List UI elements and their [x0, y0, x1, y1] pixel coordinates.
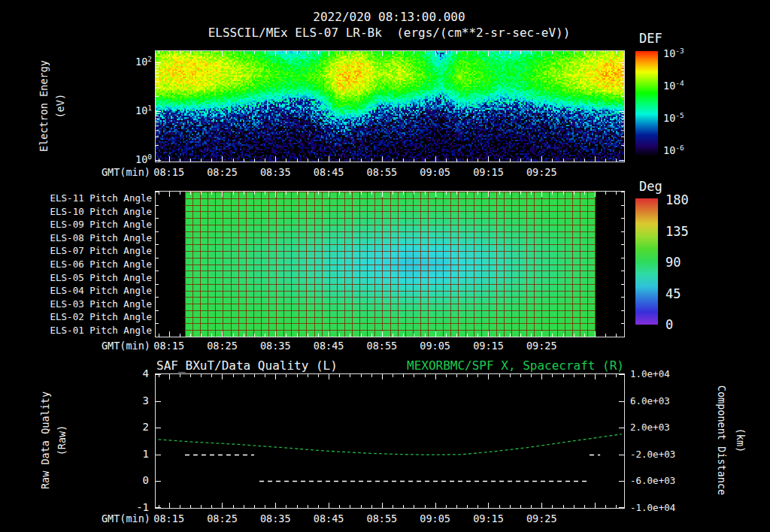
gmt-label-middle: GMT(min): [72, 340, 150, 352]
time-tick-bottom-08:35: 08:35: [260, 512, 291, 524]
pitch-row-label-8: ELS-03 Pitch Angle: [42, 298, 152, 310]
time-tick-top-08:15: 08:15: [153, 166, 184, 178]
spec-ylabel-line1: Electron Energy: [38, 60, 50, 152]
spec-ytick-2: 102: [104, 56, 152, 68]
left-ytick-5: -1: [114, 501, 149, 513]
time-tick-middle-08:15: 08:15: [153, 340, 184, 352]
time-tick-bottom-08:15: 08:15: [153, 512, 184, 524]
time-tick-top-09:15: 09:15: [473, 166, 504, 178]
time-tick-top-08:25: 08:25: [207, 166, 238, 178]
bottom-ylabel-line1: Raw Data Quality: [39, 391, 51, 489]
spec-ytick-0: 100: [104, 153, 152, 165]
right-ylabel-line2: (km): [735, 428, 747, 453]
time-tick-middle-09:15: 09:15: [473, 340, 504, 352]
time-tick-top-09:05: 09:05: [420, 166, 450, 178]
right-ytick-3: -2.0e+03: [630, 449, 675, 460]
right-ytick-4: -6.0e+03: [630, 475, 675, 486]
time-tick-middle-09:25: 09:25: [526, 340, 557, 352]
gmt-label-top: GMT(min): [72, 166, 150, 178]
els-quicklook-screen: 2022/020 08:13:00.000 ELSSCIL/MEx ELS-07…: [0, 0, 770, 532]
time-tick-middle-08:45: 08:45: [314, 340, 344, 352]
pitch-row-label-4: ELS-07 Pitch Angle: [42, 245, 152, 256]
page-title: 2022/020 08:13:00.000: [155, 10, 623, 24]
pitch-row-label-5: ELS-06 Pitch Angle: [42, 258, 152, 270]
time-tick-middle-08:35: 08:35: [260, 340, 291, 352]
flux-cbtick-1: 10-4: [663, 80, 684, 92]
left-ytick-2: 2: [114, 421, 149, 433]
time-tick-bottom-09:05: 09:05: [420, 512, 450, 524]
gmt-label-bottom: GMT(min): [72, 512, 150, 524]
time-tick-bottom-08:55: 08:55: [367, 512, 398, 524]
time-tick-middle-08:55: 08:55: [367, 340, 398, 352]
quality-distance-canvas: [155, 373, 625, 509]
spec-ytick-1: 101: [104, 104, 152, 116]
flux-cbtick-0: 10-3: [663, 47, 684, 59]
electron-energy-spectrogram-canvas: [155, 50, 625, 162]
time-tick-bottom-09:15: 09:15: [473, 512, 504, 524]
time-tick-bottom-08:25: 08:25: [207, 512, 238, 524]
time-tick-top-08:55: 08:55: [367, 166, 398, 178]
time-tick-bottom-08:45: 08:45: [314, 512, 344, 524]
bottom-left-title: SAF_BXuT/Data Quality (L): [156, 358, 338, 373]
flux-cbtick-2: 10-5: [663, 112, 684, 124]
pitch-angle-canvas: [155, 191, 625, 337]
right-ytick-5: -1.0e+04: [630, 502, 675, 513]
deg-colorbar-title: Deg: [639, 179, 662, 194]
right-ylabel-line1: Component Distance: [716, 385, 728, 495]
pitch-row-label-9: ELS-02 Pitch Angle: [42, 311, 152, 322]
spec-ylabel-line2: (eV): [54, 94, 66, 119]
plot-subtitle: ELSSCIL/MEx ELS-07 LR-Bk (ergs/(cm**2-sr…: [120, 26, 658, 40]
time-tick-top-08:35: 08:35: [260, 166, 291, 178]
deg-cbtick-3: 45: [665, 286, 681, 301]
pitch-row-label-1: ELS-10 Pitch Angle: [42, 206, 152, 217]
time-tick-middle-09:05: 09:05: [420, 340, 450, 352]
bottom-ylabel-line2: (Raw): [56, 425, 68, 456]
left-ytick-4: 0: [114, 474, 149, 486]
left-ytick-3: 1: [114, 448, 149, 460]
flux-colorbar-title: DEF: [639, 31, 662, 46]
deg-cbtick-2: 90: [665, 255, 681, 270]
time-tick-top-09:25: 09:25: [526, 166, 557, 178]
time-tick-bottom-09:25: 09:25: [526, 512, 557, 524]
left-ytick-0: 4: [114, 367, 149, 379]
flux-colorbar: [635, 51, 658, 156]
pitch-row-label-7: ELS-04 Pitch Angle: [42, 285, 152, 296]
deg-colorbar: [635, 198, 658, 325]
bottom-right-title: MEXORBMC/SPF X, Spacecraft (R): [323, 358, 624, 373]
deg-cbtick-0: 180: [665, 192, 689, 207]
pitch-row-label-6: ELS-05 Pitch Angle: [42, 272, 152, 283]
right-ytick-1: 6.0e+03: [630, 395, 670, 407]
pitch-row-label-2: ELS-09 Pitch Angle: [42, 219, 152, 230]
pitch-row-label-0: ELS-11 Pitch Angle: [42, 192, 152, 204]
pitch-row-label-10: ELS-01 Pitch Angle: [42, 325, 152, 336]
time-tick-middle-08:25: 08:25: [207, 340, 238, 352]
right-ytick-2: 2.0e+03: [630, 422, 670, 433]
time-tick-top-08:45: 08:45: [314, 166, 344, 178]
flux-cbtick-3: 10-6: [663, 144, 684, 156]
pitch-row-label-3: ELS-08 Pitch Angle: [42, 232, 152, 243]
deg-cbtick-1: 135: [665, 224, 689, 239]
left-ytick-1: 3: [114, 394, 149, 407]
right-ytick-0: 1.0e+04: [630, 368, 670, 379]
deg-cbtick-4: 0: [665, 317, 673, 332]
